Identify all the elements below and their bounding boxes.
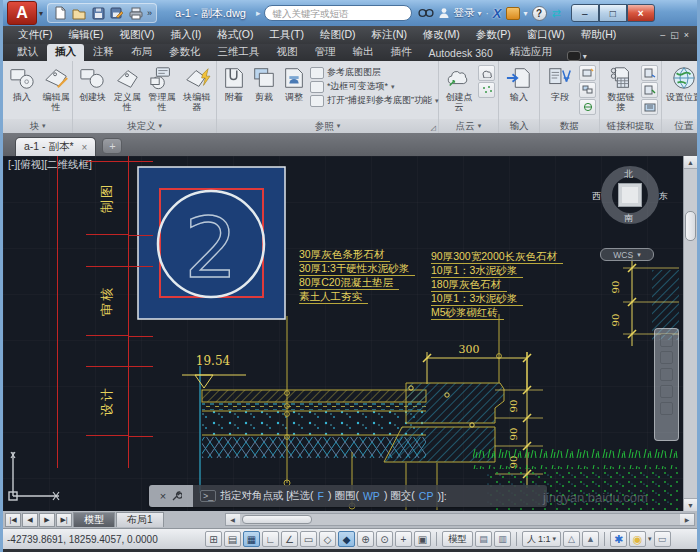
update-field-icon[interactable]: [579, 65, 596, 81]
exchange-apps-icon[interactable]: X: [493, 6, 502, 21]
scroll-left-icon[interactable]: ◀: [226, 514, 240, 525]
workspace-switching-button[interactable]: ✱: [610, 531, 627, 547]
hyperlink-icon[interactable]: [579, 99, 596, 115]
help-search-input[interactable]: [264, 5, 412, 21]
tab-home[interactable]: 默认: [9, 44, 46, 61]
security-badge-icon[interactable]: [506, 7, 520, 20]
import-button[interactable]: 输入: [502, 63, 536, 103]
layout-quickview-icon[interactable]: ▤: [475, 531, 492, 547]
command-kw-f[interactable]: F: [318, 490, 324, 502]
save-as-button[interactable]: [109, 5, 125, 21]
block-editor-button[interactable]: 块编辑器: [180, 63, 213, 113]
toggle-show-lineweight[interactable]: ⊕: [357, 531, 374, 547]
zoom-icon[interactable]: [660, 368, 673, 381]
underlay-layers-button[interactable]: 参考底图图层: [310, 66, 439, 79]
command-close-icon[interactable]: ×: [160, 490, 166, 502]
last-layout-button[interactable]: ▶|: [56, 513, 72, 527]
drawing-quickview-icon[interactable]: ▥: [494, 531, 511, 547]
frames-vary-button[interactable]: *边框可变选项*▾: [310, 80, 439, 93]
plot-button[interactable]: [128, 5, 144, 21]
selected-block-2[interactable]: 2: [138, 167, 285, 319]
toggle-polar-tracking[interactable]: ∠: [281, 531, 298, 547]
menu-edit[interactable]: 编辑(E): [61, 27, 110, 43]
panel-location-footer[interactable]: 位置: [662, 119, 697, 133]
ole-object-icon[interactable]: [579, 82, 596, 98]
command-customize-wrench-icon[interactable]: [171, 491, 182, 502]
maximize-button[interactable]: □: [599, 4, 627, 22]
new-file-button[interactable]: [52, 5, 68, 21]
menu-dimension[interactable]: 标注(N): [365, 27, 415, 43]
command-line[interactable]: × >_ 指定对角点或 [栏选(F) 圈围(WP) 圈交(CP)]:: [149, 485, 547, 507]
panel-link-footer[interactable]: 链接和提取: [600, 119, 661, 133]
model-space-canvas[interactable]: 2 19.54: [3, 156, 683, 511]
viewcube-north-label[interactable]: 北: [624, 168, 633, 181]
field-button[interactable]: 字段: [543, 63, 577, 103]
tab-parametric[interactable]: 参数化: [161, 44, 209, 61]
create-point-cloud-button[interactable]: 创建点云: [442, 63, 476, 113]
tab-manage[interactable]: 管理: [307, 44, 344, 61]
menu-file[interactable]: 文件(F): [11, 27, 59, 43]
toggle-quick-properties[interactable]: ▣: [414, 531, 431, 547]
full-nav-wheel-icon[interactable]: [660, 334, 673, 347]
set-location-button[interactable]: 设置位置: [665, 63, 697, 103]
toggle-object-snap[interactable]: ◆: [338, 531, 355, 547]
horizontal-scrollbar[interactable]: ◀ ▶: [225, 513, 695, 526]
menu-insert[interactable]: 插入(I): [163, 27, 208, 43]
tab-featured-apps[interactable]: 精选应用: [502, 44, 560, 61]
menu-parametric[interactable]: 参数(P): [469, 27, 518, 43]
data-link-button[interactable]: 数据链接: [603, 63, 639, 113]
menu-draw[interactable]: 绘图(D): [313, 27, 363, 43]
viewcube-top-face[interactable]: [618, 183, 642, 207]
status-menu-caret-icon[interactable]: ▾: [648, 535, 652, 543]
mdi-minimize-button[interactable]: –: [660, 30, 665, 40]
file-tab-close-icon[interactable]: ×: [82, 142, 88, 153]
model-space-button[interactable]: 模型: [442, 531, 473, 547]
define-attributes-button[interactable]: 定义属性: [111, 63, 144, 113]
scroll-right-icon[interactable]: ▶: [680, 514, 694, 525]
toggle-infer-constraints[interactable]: ⊞: [205, 531, 222, 547]
snap-to-underlays-button[interactable]: 打开“捕捉到参考底图”功能▾: [310, 94, 439, 107]
create-block-button[interactable]: 创建块: [76, 63, 109, 103]
clean-screen-button[interactable]: ▭: [654, 531, 671, 547]
tab-view[interactable]: 视图: [269, 44, 306, 61]
extract-data-icon[interactable]: [641, 65, 658, 81]
minimize-button[interactable]: –: [571, 4, 599, 22]
manage-attributes-button[interactable]: 管理属性: [146, 63, 179, 113]
annotation-autoscale-icon[interactable]: ▲: [582, 531, 599, 547]
horizontal-scroll-thumb[interactable]: [242, 515, 312, 524]
toggle-3d-object-snap[interactable]: ◇: [319, 531, 336, 547]
viewcube-south-label[interactable]: 南: [624, 212, 633, 225]
toggle-ortho-mode[interactable]: ∟: [262, 531, 279, 547]
toggle-object-snap-tracking[interactable]: ▭: [300, 531, 317, 547]
scroll-down-icon[interactable]: ▼: [684, 498, 697, 511]
tab-output[interactable]: 输出: [345, 44, 382, 61]
ribbon-options-button[interactable]: ▾: [567, 51, 587, 61]
file-tab[interactable]: a-1 - 副本* ×: [15, 137, 96, 156]
app-logo-button[interactable]: A: [7, 1, 37, 25]
menu-modify[interactable]: 修改(M): [416, 27, 467, 43]
vertical-scroll-track[interactable]: [684, 169, 697, 498]
tab-plugins[interactable]: 插件: [383, 44, 420, 61]
tab-annotate[interactable]: 注释: [85, 44, 122, 61]
annotation-scale-button[interactable]: 人 1:1 ▾: [522, 531, 561, 547]
signin-area[interactable]: 登录 ▾: [438, 6, 481, 20]
download-link-icon[interactable]: [641, 99, 658, 115]
menu-window[interactable]: 窗口(W): [520, 27, 572, 43]
prev-layout-button[interactable]: ◀: [22, 513, 38, 527]
open-file-button[interactable]: [71, 5, 87, 21]
panel-block-footer[interactable]: 块▾: [3, 119, 72, 133]
panel-import-footer[interactable]: 输入: [499, 119, 539, 133]
viewcube-east-label[interactable]: 东: [659, 190, 668, 203]
toggle-dynamic-input[interactable]: +: [395, 531, 412, 547]
layout1-tab[interactable]: 布局1: [116, 512, 164, 527]
panel-pointcloud-footer[interactable]: 点云▾: [439, 119, 498, 133]
tab-insert[interactable]: 插入: [47, 44, 84, 61]
annotation-visibility-icon[interactable]: △: [563, 531, 580, 547]
adjust-button[interactable]: 调整: [280, 63, 308, 103]
qat-more-button[interactable]: »: [147, 8, 152, 18]
orbit-icon[interactable]: [660, 385, 673, 398]
help-button[interactable]: ?: [532, 6, 547, 21]
tab-autodesk360[interactable]: Autodesk 360: [421, 46, 501, 61]
close-button[interactable]: ×: [627, 4, 655, 22]
panel-data-footer[interactable]: 数据: [540, 119, 599, 133]
